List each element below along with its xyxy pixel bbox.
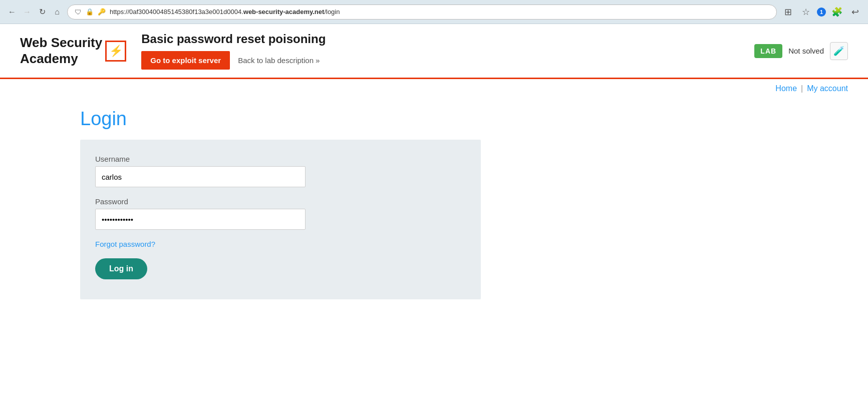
lab-actions: Go to exploit server Back to lab descrip… — [141, 51, 326, 70]
forgot-password-link[interactable]: Forgot password? — [95, 240, 155, 248]
key-icon: 🔑 — [98, 8, 106, 16]
header-left: Web Security Academy ⚡ Basic password re… — [20, 32, 326, 70]
undo-button[interactable]: ↩ — [848, 5, 862, 19]
password-input[interactable] — [95, 209, 306, 230]
logo-line2: Academy — [20, 51, 78, 66]
extensions-button[interactable]: 🧩 — [830, 5, 844, 19]
header-right: LAB Not solved 🧪 — [754, 42, 848, 60]
reload-button[interactable]: ↻ — [36, 6, 48, 18]
my-account-link[interactable]: My account — [807, 84, 848, 93]
login-button[interactable]: Log in — [95, 258, 147, 279]
logo-icon: ⚡ — [105, 41, 126, 62]
forgot-password-container: Forgot password? — [95, 240, 466, 258]
back-to-lab-text: Back to lab description — [238, 56, 314, 65]
shield-icon: 🛡 — [75, 8, 82, 16]
back-to-lab-link[interactable]: Back to lab description » — [238, 56, 320, 65]
login-title: Login — [80, 108, 788, 130]
flask-icon: 🧪 — [833, 46, 844, 57]
nav-buttons: ← → ↻ ⌂ — [6, 6, 63, 18]
password-label: Password — [95, 197, 466, 206]
login-form-container: Username Password Forgot password? Log i… — [80, 140, 481, 299]
logo: Web Security Academy ⚡ — [20, 35, 126, 66]
nav-separator: | — [801, 84, 803, 93]
lock-icon: 🔒 — [86, 8, 94, 16]
logo-line1: Web Security — [20, 35, 102, 50]
not-solved-label: Not solved — [788, 47, 824, 55]
qr-button[interactable]: ⊞ — [781, 5, 795, 19]
page-navigation: Home | My account — [0, 79, 868, 98]
lab-badge: LAB — [754, 44, 782, 58]
password-group: Password — [95, 197, 466, 230]
lab-info: Basic password reset poisoning Go to exp… — [141, 32, 326, 70]
url-display: https://0af300400485145380f13a3e001d0004… — [110, 8, 340, 16]
browser-chrome: ← → ↻ ⌂ 🛡 🔒 🔑 https://0af300400485145380… — [0, 0, 868, 24]
home-button[interactable]: ⌂ — [51, 6, 63, 18]
notification-badge: 1 — [817, 8, 826, 17]
exploit-server-button[interactable]: Go to exploit server — [141, 51, 230, 70]
site-header: Web Security Academy ⚡ Basic password re… — [0, 24, 868, 79]
username-group: Username — [95, 155, 466, 187]
chevron-right-icon: » — [316, 56, 320, 65]
back-button[interactable]: ← — [6, 6, 18, 18]
login-section: Login Username Password Forgot password?… — [0, 98, 868, 309]
home-link[interactable]: Home — [775, 84, 797, 93]
address-bar[interactable]: 🛡 🔒 🔑 https://0af300400485145380f13a3e00… — [67, 5, 777, 20]
flask-button[interactable]: 🧪 — [830, 42, 848, 60]
logo-text: Web Security Academy — [20, 35, 102, 66]
browser-actions: ⊞ ☆ 1 🧩 ↩ — [781, 5, 862, 19]
username-input[interactable] — [95, 166, 306, 187]
bookmark-button[interactable]: ☆ — [799, 5, 813, 19]
forward-button[interactable]: → — [21, 6, 33, 18]
lab-title: Basic password reset poisoning — [141, 32, 326, 46]
username-label: Username — [95, 155, 466, 163]
